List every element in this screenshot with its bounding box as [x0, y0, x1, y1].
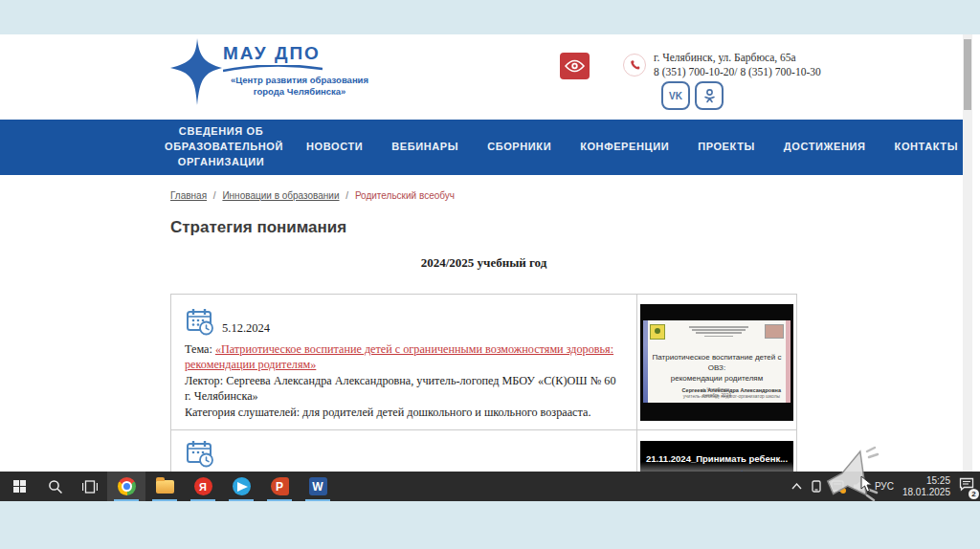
lecture-video-cell: Патриотическое воспитание детей с ОВЗ: р…	[637, 295, 796, 429]
start-button[interactable]	[0, 472, 38, 501]
table-row: 5.12.2024 Тема: «Патриотическое воспитан…	[171, 295, 796, 429]
chrome-icon	[118, 477, 136, 495]
accessibility-version-button[interactable]	[560, 53, 590, 79]
phone-numbers: 8 (351) 700-10-20/ 8 (351) 700-10-30	[654, 65, 821, 79]
nav-item-collections[interactable]: СБОРНИКИ	[487, 140, 551, 155]
powerpoint-button[interactable]: P	[260, 472, 299, 501]
nav-item-conferences[interactable]: КОНФЕРЕНЦИИ	[580, 140, 669, 155]
breadcrumb-separator: /	[345, 190, 348, 201]
org-logo-icon	[168, 38, 222, 105]
school-emblem	[650, 324, 665, 340]
nav-item-projects[interactable]: ПРОЕКТЫ	[698, 140, 755, 155]
breadcrumb-home[interactable]: Главная	[170, 190, 207, 201]
browser-page: МАУ ДПО «Центр развития образования горо…	[0, 34, 980, 472]
telegram-button[interactable]	[222, 472, 260, 501]
screen: МАУ ДПО «Центр развития образования горо…	[0, 0, 980, 549]
site-header: МАУ ДПО «Центр развития образования горо…	[0, 34, 963, 120]
org-name-line1: «Центр развития образования	[231, 75, 368, 85]
nav-item-webinars[interactable]: ВЕБИНАРЫ	[391, 140, 458, 155]
topic-label: Тема:	[185, 342, 212, 356]
nav-item-contacts[interactable]: КОНТАКТЫ	[895, 140, 958, 155]
lecture-date: 5.12.2024	[222, 320, 270, 337]
table-row: 21.11.2024_Принимать ребенк... Принимать…	[171, 429, 796, 472]
scrollbar-thumb[interactable]	[964, 39, 971, 110]
chrome-taskbar-button[interactable]	[107, 472, 145, 501]
vk-icon[interactable]: VK	[661, 81, 690, 110]
calendar-clock-icon	[185, 438, 215, 469]
system-tray: РУС 15:25 18.01.2025 2	[791, 472, 980, 501]
slide-preview: Патриотическое воспитание детей с ОВЗ: р…	[643, 320, 791, 403]
action-center-button[interactable]: 2	[959, 477, 974, 495]
address: г. Челябинск, ул. Барбюса, 65а	[654, 51, 821, 65]
scrollbar[interactable]	[963, 34, 972, 472]
tray-chevron-up-icon[interactable]	[791, 483, 802, 490]
windows-logo-icon	[13, 480, 26, 493]
lecture-details-cell	[171, 430, 637, 472]
video-thumbnail[interactable]: Патриотическое воспитание детей с ОВЗ: р…	[640, 304, 793, 421]
status-dot	[840, 488, 846, 494]
tray-device-icon[interactable]	[811, 480, 822, 493]
social-links: VK	[661, 81, 724, 110]
search-icon	[48, 479, 63, 494]
org-abbreviation: МАУ ДПО	[223, 43, 376, 64]
nav-item-achievements[interactable]: ДОСТИЖЕНИЯ	[784, 140, 866, 155]
taskbar: Я P W РУС 15:25	[0, 472, 980, 501]
lecture-details-cell: 5.12.2024 Тема: «Патриотическое воспитан…	[171, 295, 637, 429]
org-name: «Центр развития образования города Челяб…	[223, 75, 376, 98]
page-title: Стратегия понимания	[170, 218, 346, 237]
main-navigation: СВЕДЕНИЯ ОБ ОБРАЗОВАТЕЛЬНОЙ ОРГАНИЗАЦИИ …	[0, 120, 963, 175]
breadcrumb-separator: /	[213, 190, 216, 201]
notification-badge: 2	[969, 489, 979, 499]
org-name-line2: города Челябинска»	[254, 86, 346, 97]
date: 18.01.2025	[902, 487, 950, 498]
breadcrumb-current: Родительский всеобуч	[355, 190, 455, 201]
logo-underline	[223, 65, 323, 73]
slide-org-header	[687, 325, 750, 339]
word-icon: W	[309, 477, 327, 495]
breadcrumb: Главная / Инновации в образовании / Роди…	[170, 190, 455, 201]
time: 15:25	[902, 475, 950, 487]
tray-notification-app-icon[interactable]	[831, 480, 844, 493]
yandex-browser-button[interactable]: Я	[184, 472, 222, 501]
task-view-icon	[82, 480, 98, 494]
eye-icon	[565, 59, 585, 73]
year-heading: 2024/2025 учебный год	[170, 255, 797, 271]
yandex-icon: Я	[194, 477, 212, 495]
video-filename: 21.11.2024_Принимать ребенк...	[640, 453, 793, 464]
file-explorer-button[interactable]	[145, 472, 184, 501]
lecture-video-cell: 21.11.2024_Принимать ребенк... Принимать…	[637, 430, 796, 472]
lecture-category: Категория слушателей: для родителей дете…	[185, 405, 623, 420]
calendar-clock-icon	[185, 306, 215, 337]
task-view-button[interactable]	[73, 472, 107, 501]
lecture-topic: Тема: «Патриотическое воспитание детей с…	[185, 341, 623, 373]
phone-icon	[623, 54, 646, 77]
topic-link[interactable]: «Патриотическое воспитание детей с огран…	[185, 342, 613, 371]
slide-footer: г. Челябинск, декабрь 2024	[643, 387, 791, 399]
language-indicator[interactable]: РУС	[875, 481, 894, 492]
nav-item-org-info[interactable]: СВЕДЕНИЯ ОБ ОБРАЗОВАТЕЛЬНОЙ ОРГАНИЗАЦИИ	[165, 124, 278, 170]
powerpoint-icon: P	[271, 477, 289, 495]
volume-icon[interactable]	[853, 480, 866, 493]
search-button[interactable]	[38, 472, 73, 501]
lecture-date-line: 5.12.2024	[185, 306, 623, 337]
contact-info: г. Челябинск, ул. Барбюса, 65а 8 (351) 7…	[654, 51, 821, 79]
presenter-webcam	[765, 324, 784, 339]
word-button[interactable]: W	[299, 472, 337, 501]
lectures-table: 5.12.2024 Тема: «Патриотическое воспитан…	[170, 294, 797, 472]
clock[interactable]: 15:25 18.01.2025	[902, 475, 950, 498]
nav-item-news[interactable]: НОВОСТИ	[306, 140, 363, 155]
org-logo-text: МАУ ДПО «Центр развития образования горо…	[223, 43, 376, 98]
breadcrumb-innovations[interactable]: Инновации в образовании	[222, 190, 339, 201]
slide-title: Патриотическое воспитание детей с ОВЗ: р…	[649, 352, 785, 384]
lecture-lecturer: Лектор: Сергеева Александра Александровн…	[185, 373, 623, 405]
telegram-icon	[233, 477, 251, 495]
video-thumbnail[interactable]: 21.11.2024_Принимать ребенк... Принимать…	[640, 441, 793, 472]
odnoklassniki-icon[interactable]	[695, 81, 724, 110]
file-explorer-icon	[156, 480, 174, 494]
